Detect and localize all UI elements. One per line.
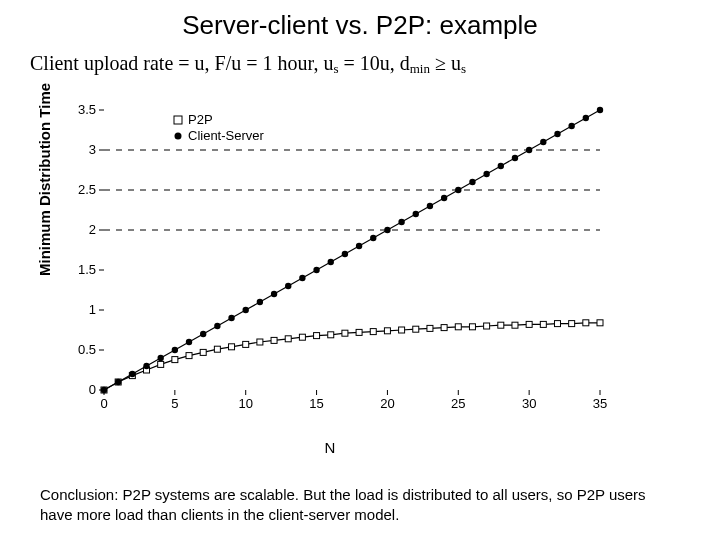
series-marker-square [554, 321, 560, 327]
x-tick-label: 10 [238, 396, 252, 411]
series-marker-square [186, 353, 192, 359]
series-marker-circle [597, 107, 603, 113]
series-marker-circle [342, 251, 348, 257]
series-marker-square [328, 332, 334, 338]
x-tick-label: 30 [522, 396, 536, 411]
series-marker-square [356, 329, 362, 335]
series-marker-circle [186, 339, 192, 345]
series-marker-circle [483, 171, 489, 177]
x-tick-label: 15 [309, 396, 323, 411]
series-marker-square [200, 349, 206, 355]
series-marker-square [469, 324, 475, 330]
series-marker-square [540, 321, 546, 327]
y-axis-label: Minimum Distribution Time [36, 83, 53, 276]
series-marker-circle [129, 371, 135, 377]
x-axis-label: N [50, 439, 610, 456]
y-tick-label: 3.5 [78, 102, 96, 117]
series-marker-square [229, 344, 235, 350]
series-marker-square [158, 361, 164, 367]
series-marker-circle [455, 187, 461, 193]
series-marker-circle [143, 363, 149, 369]
y-tick-label: 3 [89, 142, 96, 157]
series-marker-square [342, 330, 348, 336]
series-marker-circle [469, 179, 475, 185]
series-marker-square [257, 339, 263, 345]
series-marker-circle [526, 147, 532, 153]
series-marker-square [384, 328, 390, 334]
y-tick-label: 1.5 [78, 262, 96, 277]
series-marker-square [597, 320, 603, 326]
y-tick-label: 0.5 [78, 342, 96, 357]
y-tick-label: 2 [89, 222, 96, 237]
series-marker-square [455, 324, 461, 330]
series-marker-circle [512, 155, 518, 161]
x-tick-label: 20 [380, 396, 394, 411]
series-marker-circle [356, 243, 362, 249]
chart-svg: 0510152025303500.511.522.533.5P2PClient-… [50, 104, 610, 424]
series-marker-square [399, 327, 405, 333]
series-marker-square [314, 333, 320, 339]
series-marker-square [498, 322, 504, 328]
series-marker-circle [285, 283, 291, 289]
assumptions-line: Client upload rate = u, F/u = 1 hour, us… [30, 52, 466, 77]
y-tick-label: 1 [89, 302, 96, 317]
series-marker-circle [214, 323, 220, 329]
series-marker-square [569, 321, 575, 327]
chart-container: Minimum Distribution Time 05101520253035… [50, 104, 610, 448]
series-marker-circle [540, 139, 546, 145]
series-marker-square [484, 323, 490, 329]
series-marker-circle [313, 267, 319, 273]
series-marker-circle [568, 123, 574, 129]
x-tick-label: 0 [100, 396, 107, 411]
series-marker-square [370, 329, 376, 335]
series-line [104, 110, 600, 390]
x-tick-label: 35 [593, 396, 607, 411]
x-tick-label: 5 [171, 396, 178, 411]
legend-marker-p2p [174, 116, 182, 124]
series-marker-circle [498, 163, 504, 169]
series-marker-circle [441, 195, 447, 201]
y-tick-label: 0 [89, 382, 96, 397]
series-marker-circle [299, 275, 305, 281]
series-marker-circle [398, 219, 404, 225]
series-marker-circle [384, 227, 390, 233]
series-marker-circle [427, 203, 433, 209]
x-tick-label: 25 [451, 396, 465, 411]
conclusion-text: Conclusion: P2P systems are scalable. Bu… [40, 485, 680, 524]
series-marker-square [214, 346, 220, 352]
series-marker-circle [243, 307, 249, 313]
series-marker-circle [370, 235, 376, 241]
series-marker-square [427, 325, 433, 331]
series-marker-square [583, 320, 589, 326]
series-marker-square [413, 326, 419, 332]
series-line [104, 323, 600, 390]
series-marker-circle [328, 259, 334, 265]
series-marker-square [271, 337, 277, 343]
legend-label-p2p: P2P [188, 112, 213, 127]
series-marker-square [285, 336, 291, 342]
series-marker-circle [157, 355, 163, 361]
series-marker-circle [200, 331, 206, 337]
series-marker-square [441, 325, 447, 331]
series-marker-circle [413, 211, 419, 217]
series-marker-square [299, 334, 305, 340]
series-marker-square [172, 357, 178, 363]
y-tick-label: 2.5 [78, 182, 96, 197]
legend-label-cs: Client-Server [188, 128, 265, 143]
series-marker-circle [271, 291, 277, 297]
series-marker-circle [172, 347, 178, 353]
series-marker-circle [228, 315, 234, 321]
legend-marker-cs [175, 133, 182, 140]
page-title: Server-client vs. P2P: example [0, 10, 720, 41]
series-marker-circle [257, 299, 263, 305]
series-marker-circle [583, 115, 589, 121]
series-marker-square [526, 321, 532, 327]
series-marker-square [243, 341, 249, 347]
series-marker-circle [101, 387, 107, 393]
series-marker-square [512, 322, 518, 328]
series-marker-circle [554, 131, 560, 137]
series-marker-circle [115, 379, 121, 385]
